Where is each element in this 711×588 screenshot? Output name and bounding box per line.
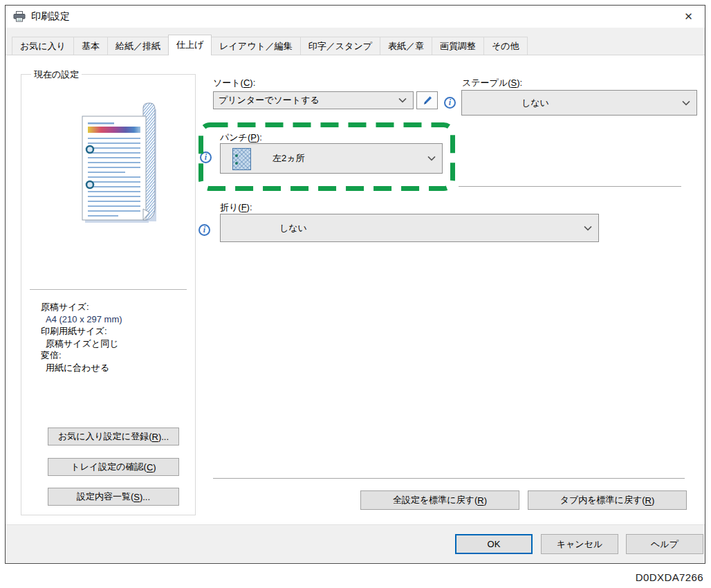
- fold-dropdown[interactable]: しない: [220, 214, 599, 242]
- sort-value: プリンターでソートする: [219, 94, 320, 107]
- close-button[interactable]: ✕: [673, 6, 704, 26]
- label-pre: ステープル(: [462, 77, 511, 88]
- fold-value: しない: [279, 222, 307, 235]
- label-accesskey: S: [511, 77, 517, 88]
- label-accesskey: R: [152, 432, 158, 442]
- label-accesskey: F: [241, 202, 247, 212]
- cancel-button[interactable]: キャンセル: [541, 534, 618, 554]
- tab-finishing[interactable]: 仕上げ: [168, 35, 212, 55]
- label-pre: ソート(: [213, 77, 243, 88]
- tab-print-stamp[interactable]: 印字／スタンプ: [300, 37, 380, 55]
- label-post: ): [652, 495, 654, 506]
- label-accesskey: C: [243, 77, 250, 88]
- label-post: ):: [257, 132, 262, 143]
- reset-tab-settings-button[interactable]: タブ内を標準に戻す(R): [528, 490, 687, 510]
- staple-dropdown[interactable]: しない: [461, 90, 697, 116]
- punch-value: 左2ヵ所: [273, 152, 305, 165]
- punch-dropdown[interactable]: 左2ヵ所: [220, 143, 443, 174]
- sort-dropdown[interactable]: プリンターでソートする: [213, 91, 414, 109]
- reset-all-settings-button[interactable]: 全設定を標準に戻す(R): [360, 490, 519, 510]
- check-tray-settings-button[interactable]: トレイ設定の確認(C): [48, 458, 179, 476]
- chevron-down-icon: [427, 156, 436, 161]
- tab-cover-chapter[interactable]: 表紙／章: [380, 37, 432, 55]
- chevron-down-icon: [584, 226, 592, 231]
- window-title: 印刷設定: [31, 10, 70, 23]
- label-pre: 全設定を標準に戻す(: [393, 494, 477, 506]
- dialog-footer: OK キャンセル ヘルプ: [6, 524, 705, 562]
- sort-label: ソート(C):: [213, 77, 255, 89]
- label-post: ):: [247, 202, 252, 212]
- print-settings-dialog: 印刷設定 ✕ お気に入り 基本 給紙／排紙 仕上げ レイアウト／編集 印字／スタ…: [5, 5, 705, 564]
- tab-paper-feed-output[interactable]: 給紙／排紙: [107, 37, 169, 55]
- label-pre: パンチ(: [220, 132, 250, 143]
- label-accesskey: R: [645, 495, 652, 506]
- doc-size-label: 原稿サイズ:: [41, 301, 122, 313]
- print-paper-size-label: 印刷用紙サイズ:: [41, 325, 122, 338]
- punch-info-icon[interactable]: i: [200, 151, 212, 163]
- label-post: )...: [158, 432, 169, 442]
- document-info: 原稿サイズ: A4 (210 x 297 mm) 印刷用紙サイズ: 原稿サイズと…: [41, 301, 122, 374]
- label-pre: 設定内容一覧(: [77, 490, 133, 503]
- settings-summary-button[interactable]: 設定内容一覧(S)...: [48, 488, 179, 506]
- scaling-label: 変倍:: [41, 349, 122, 362]
- label-pre: タブ内を標準に戻す(: [560, 494, 645, 506]
- label-post: )...: [140, 492, 150, 502]
- edit-sort-button[interactable]: [416, 91, 438, 109]
- tab-layout-edit[interactable]: レイアウト／編集: [211, 37, 301, 55]
- figure-reference-code: D0DXDA7266: [636, 571, 703, 583]
- help-button[interactable]: ヘルプ: [626, 534, 703, 554]
- punch-left-2-holes-icon: [232, 148, 251, 170]
- group-title: 現在の設定: [31, 68, 82, 81]
- title-bar: 印刷設定 ✕: [6, 6, 705, 28]
- label-accesskey: C: [147, 462, 153, 472]
- staple-info-icon[interactable]: i: [444, 97, 456, 109]
- separator: [459, 186, 681, 187]
- label-accesskey: S: [133, 492, 140, 502]
- tab-image-quality[interactable]: 画質調整: [432, 37, 484, 55]
- label-pre: トレイ設定の確認(: [71, 461, 147, 473]
- label-post: ): [484, 495, 487, 506]
- label-pre: 折り(: [220, 202, 241, 212]
- label-post: ):: [250, 77, 255, 88]
- print-paper-size-value: 原稿サイズと同じ: [41, 338, 122, 350]
- staple-label: ステープル(S):: [462, 77, 522, 89]
- ok-button[interactable]: OK: [455, 534, 533, 554]
- pencil-icon: [422, 95, 433, 106]
- register-favorites-button[interactable]: お気に入り設定に登録(R)...: [48, 428, 179, 445]
- current-settings-group: 現在の設定: [21, 74, 196, 515]
- scaling-value: 用紙に合わせる: [41, 362, 122, 374]
- fold-info-icon[interactable]: i: [198, 224, 210, 236]
- tab-others[interactable]: その他: [483, 37, 528, 55]
- printer-icon: [13, 11, 26, 22]
- label-accesskey: R: [477, 495, 483, 506]
- label-post: ): [153, 462, 156, 472]
- label-pre: お気に入り設定に登録(: [58, 430, 152, 443]
- tab-basic[interactable]: 基本: [73, 37, 108, 55]
- chevron-down-icon: [682, 100, 690, 106]
- fold-label: 折り(F):: [220, 201, 252, 214]
- separator: [213, 478, 685, 479]
- tab-favorites[interactable]: お気に入り: [12, 37, 74, 55]
- tab-page-finishing: 現在の設定: [6, 55, 705, 524]
- tab-strip: お気に入り 基本 給紙／排紙 仕上げ レイアウト／編集 印字／スタンプ 表紙／章…: [6, 28, 705, 55]
- doc-size-value: A4 (210 x 297 mm): [41, 313, 122, 326]
- document-preview: [75, 101, 158, 226]
- group-separator: [30, 289, 187, 290]
- punch-label: パンチ(P):: [220, 131, 262, 144]
- chevron-down-icon: [398, 98, 407, 103]
- label-accesskey: P: [250, 132, 257, 143]
- staple-value: しない: [521, 97, 549, 109]
- label-post: ):: [517, 77, 522, 88]
